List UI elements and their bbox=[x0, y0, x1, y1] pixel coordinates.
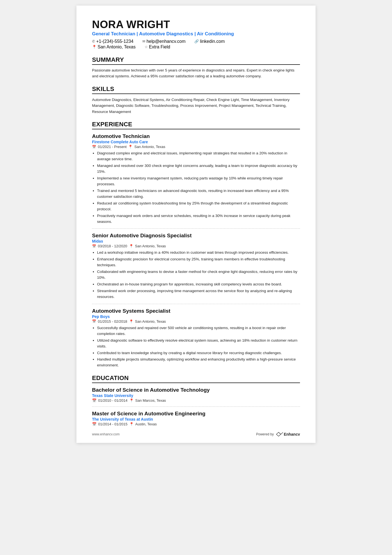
job-3-bullets: Successfully diagnosed and repaired over… bbox=[92, 325, 300, 368]
edu-2-degree: Master of Science in Automotive Engineer… bbox=[92, 411, 300, 417]
job-1-bullets: Diagnosed complex engine and electrical … bbox=[92, 151, 300, 225]
job-2: Senior Automotive Diagnosis Specialist M… bbox=[92, 233, 300, 300]
contact-location: 📍 San Antonio, Texas bbox=[92, 45, 136, 50]
experience-section: EXPERIENCE Automotive Technician Firesto… bbox=[92, 121, 300, 368]
job-3-company: Pep Boys bbox=[92, 314, 300, 319]
edu-1-school: Texas State University bbox=[92, 393, 300, 398]
job-3-bullet-4: Handled multiple projects simultaneously… bbox=[97, 357, 300, 368]
job-1-bullet-3: Implemented a new inventory management s… bbox=[97, 176, 300, 187]
brand-name: Enhancv bbox=[284, 432, 300, 436]
edu-1-meta: 📅 01/2010 - 01/2014 📍 San Marcos, Texas bbox=[92, 398, 300, 403]
contact-row-2: 📍 San Antonio, Texas ☆ Extra Field bbox=[92, 45, 300, 50]
contact-phone: ✆ +1-(234)-555-1234 bbox=[92, 39, 133, 44]
footer-logo: Powered by Enhancv bbox=[256, 432, 300, 437]
job-3-meta: 📅 01/2015 - 02/2018 📍 San Antonio, Texas bbox=[92, 319, 300, 324]
job-3-title: Automotive Systems Specialist bbox=[92, 308, 300, 314]
job-1: Automotive Technician Firestone Complete… bbox=[92, 133, 300, 225]
location-icon-3: 📍 bbox=[129, 319, 133, 324]
footer-website: www.enhancv.com bbox=[92, 432, 120, 436]
job-2-bullet-3: Collaborated with engineering teams to d… bbox=[97, 269, 300, 281]
location-icon-1: 📍 bbox=[128, 145, 133, 149]
edu-2-school: The University of Texas at Austin bbox=[92, 417, 300, 421]
job-1-bullet-1: Diagnosed complex engine and electrical … bbox=[97, 151, 300, 162]
job-3-bullet-2: Utilized diagnostic software to effectiv… bbox=[97, 338, 300, 349]
location-icon-2: 📍 bbox=[129, 244, 133, 248]
contact-linkedin: 🔗 linkedin.com bbox=[194, 39, 225, 44]
resume-page: NORA WRIGHT General Technician | Automot… bbox=[76, 6, 316, 443]
star-icon: ☆ bbox=[145, 45, 148, 49]
summary-text: Passionate automotive technician with ov… bbox=[92, 68, 300, 79]
job-2-bullets: Led a workshop initiative resulting in a… bbox=[92, 250, 300, 300]
calendar-icon-3: 📅 bbox=[92, 319, 96, 323]
job-1-title: Automotive Technician bbox=[92, 133, 300, 139]
edu-location-icon-2: 📍 bbox=[129, 422, 134, 426]
job-1-bullet-5: Reduced air conditioning system troubles… bbox=[97, 201, 300, 212]
header: NORA WRIGHT General Technician | Automot… bbox=[92, 19, 300, 50]
education-title: EDUCATION bbox=[92, 374, 300, 383]
contact-email: ✉ help@enhancv.com bbox=[142, 39, 185, 44]
edu-1: Bachelor of Science in Automotive Techno… bbox=[92, 387, 300, 403]
summary-section: SUMMARY Passionate automotive technician… bbox=[92, 56, 300, 79]
job-2-company: Midas bbox=[92, 239, 300, 243]
skills-title: SKILLS bbox=[92, 85, 300, 94]
job-3: Automotive Systems Specialist Pep Boys 📅… bbox=[92, 308, 300, 368]
edu-location-icon-1: 📍 bbox=[129, 398, 134, 403]
summary-title: SUMMARY bbox=[92, 56, 300, 65]
edu-2-meta: 📅 01/2014 - 01/2015 📍 Austin, Texas bbox=[92, 422, 300, 426]
powered-by-text: Powered by bbox=[256, 432, 274, 436]
job-divider-2 bbox=[92, 304, 300, 304]
candidate-name: NORA WRIGHT bbox=[92, 19, 300, 31]
job-divider-1 bbox=[92, 228, 300, 229]
job-3-bullet-1: Successfully diagnosed and repaired over… bbox=[97, 325, 300, 337]
job-1-bullet-2: Managed and resolved over 300 check engi… bbox=[97, 163, 300, 175]
job-2-bullet-1: Led a workshop initiative resulting in a… bbox=[97, 250, 300, 256]
link-icon: 🔗 bbox=[194, 39, 199, 43]
job-2-bullet-2: Enhanced diagnostic precision for electr… bbox=[97, 256, 300, 268]
contact-extra: ☆ Extra Field bbox=[145, 45, 170, 50]
job-2-bullet-4: Orchestrated an in-house training progra… bbox=[97, 282, 300, 287]
experience-title: EXPERIENCE bbox=[92, 121, 300, 129]
candidate-title: General Technician | Automotive Diagnost… bbox=[92, 31, 300, 37]
location-icon: 📍 bbox=[92, 45, 96, 49]
job-2-meta: 📅 03/2018 - 12/2020 📍 San Antonio, Texas bbox=[92, 244, 300, 248]
job-1-bullet-4: Trained and mentored 5 technicians on ad… bbox=[97, 188, 300, 200]
job-1-bullet-6: Proactively managed work orders and serv… bbox=[97, 213, 300, 225]
edu-calendar-icon-2: 📅 bbox=[92, 422, 96, 426]
edu-2: Master of Science in Automotive Engineer… bbox=[92, 411, 300, 426]
contact-row: ✆ +1-(234)-555-1234 ✉ help@enhancv.com 🔗… bbox=[92, 39, 300, 45]
edu-divider-1 bbox=[92, 406, 300, 407]
enhancv-icon bbox=[275, 432, 283, 437]
job-1-company: Firestone Complete Auto Care bbox=[92, 140, 300, 144]
email-icon: ✉ bbox=[142, 39, 145, 43]
calendar-icon-1: 📅 bbox=[92, 145, 96, 149]
job-2-title: Senior Automotive Diagnosis Specialist bbox=[92, 233, 300, 239]
page-footer: www.enhancv.com Powered by Enhancv bbox=[92, 432, 300, 437]
job-1-meta: 📅 01/2021 - Present 📍 San Antonio, Texas bbox=[92, 145, 300, 149]
phone-icon: ✆ bbox=[92, 39, 95, 43]
skills-section: SKILLS Automotive Diagnostics, Electrica… bbox=[92, 85, 300, 115]
calendar-icon-2: 📅 bbox=[92, 244, 96, 248]
education-section: EDUCATION Bachelor of Science in Automot… bbox=[92, 374, 300, 426]
job-2-bullet-5: Streamlined work order processing, impro… bbox=[97, 288, 300, 300]
skills-text: Automotive Diagnostics, Electrical Syste… bbox=[92, 97, 300, 115]
enhancv-logo: Enhancv bbox=[275, 432, 300, 437]
job-3-bullet-3: Contributed to team knowledge sharing by… bbox=[97, 350, 300, 356]
edu-1-degree: Bachelor of Science in Automotive Techno… bbox=[92, 387, 300, 393]
edu-calendar-icon-1: 📅 bbox=[92, 398, 96, 403]
